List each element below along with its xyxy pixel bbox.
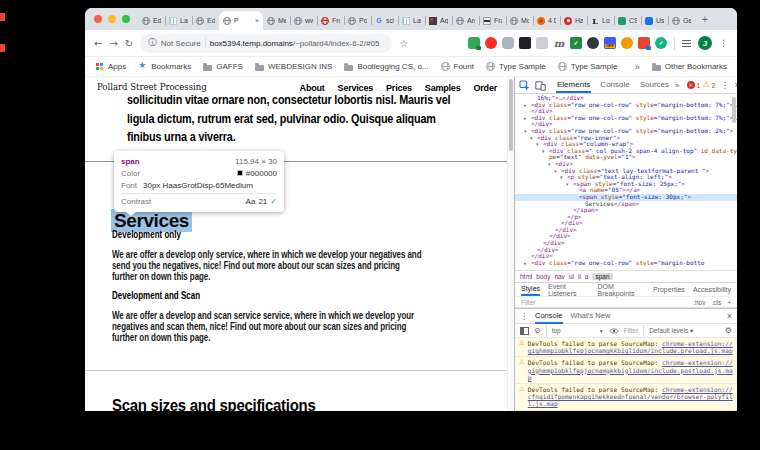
expand-arrow-icon[interactable]: ▾ — [524, 128, 531, 135]
expand-arrow-icon[interactable]: ▸ — [524, 260, 531, 267]
bookmark-star-icon[interactable]: ☆ — [399, 38, 408, 49]
expand-arrow-icon[interactable]: ▾ — [554, 168, 561, 175]
dom-node-line[interactable]: ▾<div class=" col push-2 span-4 align-to… — [515, 148, 737, 161]
bookmark-item[interactable]: GAFFS — [203, 62, 243, 71]
breadcrumb-node[interactable]: span — [592, 273, 612, 280]
tab-close-icon[interactable]: × — [255, 17, 259, 24]
browser-tab[interactable]: Poll — [344, 11, 371, 30]
browser-tab[interactable]: Gen — [668, 11, 695, 30]
more-tabs-icon[interactable]: » — [675, 81, 679, 90]
browser-tab[interactable]: 4 D — [533, 11, 560, 30]
browser-tab[interactable]: Fro — [317, 11, 344, 30]
expand-arrow-icon[interactable]: ▾ — [548, 161, 555, 168]
other-bookmarks[interactable]: Other Bookmarks — [652, 62, 727, 71]
zoom-window-button[interactable] — [122, 15, 130, 23]
dom-node-line[interactable]: Services</span> — [515, 201, 737, 208]
dom-node-line[interactable]: </p> — [515, 214, 737, 221]
new-style-rule-button[interactable]: + — [727, 299, 731, 306]
browser-tab[interactable]: G scie — [371, 11, 398, 30]
bookmark-item[interactable]: WEBDESIGN INS — [255, 62, 332, 71]
bookmarks-overflow-icon[interactable]: » — [635, 62, 640, 72]
browser-tab[interactable]: Arc — [452, 11, 479, 30]
browser-tab[interactable]: Fra — [479, 11, 506, 30]
styles-pane-tab[interactable]: Properties — [653, 284, 685, 295]
address-bar[interactable]: ⓘ Not Secure box5394.temp.domains/~polla… — [140, 34, 392, 53]
expand-arrow-icon[interactable]: ▾ — [542, 148, 549, 155]
styles-filter-input[interactable]: Filter — [521, 299, 535, 306]
extension-icon[interactable]: ✓ — [570, 37, 582, 49]
styles-pane-tab[interactable]: Styles — [521, 283, 540, 296]
new-tab-button[interactable]: + — [695, 14, 715, 25]
console-settings-icon[interactable]: ⚙ — [725, 326, 732, 335]
drawer-tab[interactable]: Console — [535, 309, 563, 324]
browser-tab[interactable]: Men — [263, 11, 290, 30]
extension-icon[interactable] — [502, 37, 514, 49]
bookmark-item[interactable]: Type Sample — [486, 62, 546, 71]
profile-avatar[interactable]: J — [698, 36, 712, 50]
chrome-menu-icon[interactable]: ⋮ — [719, 38, 728, 48]
extension-icon[interactable] — [621, 37, 633, 49]
minimize-window-button[interactable] — [108, 15, 116, 23]
issue-badges[interactable]: 1 ⚠ 2 — [687, 81, 716, 89]
log-level-selector[interactable]: Default levels ▾ — [649, 327, 693, 335]
browser-tab[interactable]: Usi — [641, 11, 668, 30]
reload-button[interactable]: ↻ — [125, 38, 133, 49]
styles-pane-tab[interactable]: Accessibility — [693, 284, 731, 295]
browser-tab[interactable]: CSS — [614, 11, 641, 30]
clear-console-icon[interactable]: ⊘ — [534, 326, 541, 335]
dom-node-line[interactable]: </span> — [515, 207, 737, 214]
console-warning-message[interactable]: ⚠ DevTools failed to parse SourceMap: ch… — [515, 384, 737, 411]
console-warning-message[interactable]: ⚠ DevTools failed to parse SourceMap: ch… — [515, 338, 737, 357]
page-scrollbar[interactable] — [507, 77, 514, 411]
console-warning-message[interactable]: ⚠ DevTools failed to parse SourceMap: ch… — [515, 357, 737, 384]
breadcrumb-node[interactable]: li — [578, 273, 581, 280]
devtools-tree-scrollbar[interactable] — [732, 97, 736, 123]
site-info-icon[interactable]: ⓘ — [148, 37, 157, 49]
bookmark-item[interactable]: Fount — [441, 62, 474, 71]
breadcrumb-node[interactable]: a — [585, 273, 589, 280]
drawer-menu-icon[interactable]: ⋮ — [520, 312, 528, 321]
drawer-tab[interactable]: What's New — [571, 309, 611, 324]
browser-tab[interactable]: www — [290, 11, 317, 30]
breadcrumb-node[interactable]: body — [536, 273, 550, 280]
class-toggle-button[interactable]: .cls — [711, 299, 721, 306]
breadcrumb-node[interactable]: nav — [554, 273, 564, 280]
browser-tab[interactable]: Lay — [398, 11, 425, 30]
browser-tab[interactable]: P × — [219, 11, 263, 30]
back-button[interactable]: ← — [94, 38, 102, 49]
scrollbar-thumb[interactable] — [509, 79, 513, 151]
drawer-close-icon[interactable]: × — [727, 311, 732, 321]
breadcrumb-node[interactable]: html — [520, 273, 532, 280]
browser-tab[interactable]: Edit — [138, 11, 165, 30]
extension-icon[interactable] — [587, 37, 599, 49]
extension-icon[interactable] — [485, 37, 497, 49]
browser-tab[interactable]: Has — [560, 11, 587, 30]
close-window-button[interactable] — [94, 15, 102, 23]
execution-context-selector[interactable]: top ▼ — [552, 327, 604, 334]
device-toolbar-icon[interactable] — [535, 80, 546, 91]
extension-icon[interactable] — [519, 37, 531, 49]
expand-arrow-icon[interactable]: ▸ — [524, 102, 531, 109]
extension-icon[interactable] — [468, 37, 480, 49]
bookmark-item[interactable]: Type Sample — [558, 62, 618, 71]
breadcrumb-node[interactable]: ul — [569, 273, 574, 280]
extension-icon[interactable]: m — [553, 37, 565, 49]
browser-tab[interactable]: Lay — [165, 11, 192, 30]
hover-state-button[interactable]: :hov — [693, 299, 705, 306]
expand-arrow-icon[interactable]: ▾ — [530, 135, 537, 142]
inspect-element-icon[interactable] — [519, 80, 530, 91]
devtools-tab[interactable]: Console — [599, 78, 630, 93]
devtools-menu-icon[interactable]: ⋮ — [721, 80, 730, 90]
extension-icon[interactable]: ✓ — [655, 37, 667, 49]
extension-icon[interactable]: OFF — [604, 37, 616, 49]
browser-tab[interactable]: Ag — [425, 11, 452, 30]
devtools-tab[interactable]: Elements — [556, 78, 591, 93]
reading-list-icon[interactable] — [682, 40, 691, 47]
console-sidebar-icon[interactable] — [520, 327, 529, 335]
eye-icon[interactable] — [609, 327, 619, 335]
forward-button[interactable]: → — [109, 38, 117, 49]
url-text[interactable]: box5394.temp.domains/~pollard4/index-6-2… — [210, 39, 380, 48]
devtools-tab[interactable]: Sources — [639, 78, 670, 93]
site-nav-link[interactable]: Order — [473, 83, 497, 93]
bookmark-item[interactable]: Bookmarks — [138, 62, 191, 71]
